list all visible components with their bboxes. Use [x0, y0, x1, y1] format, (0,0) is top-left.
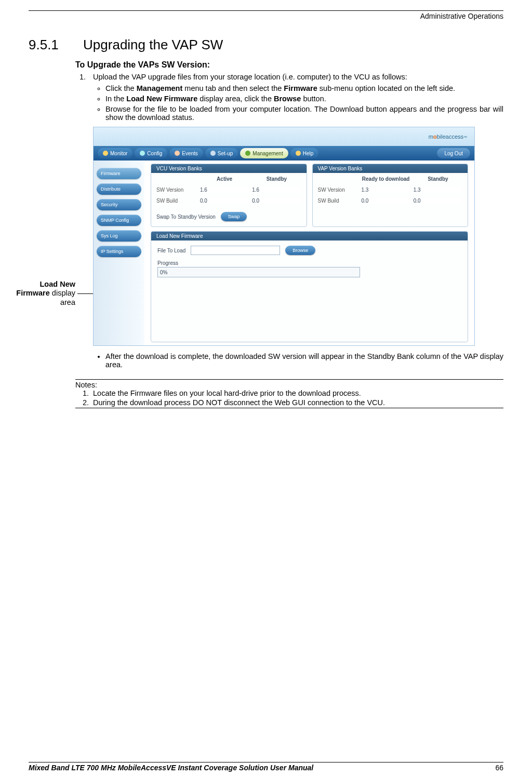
- main-panels: VCU Version Banks Active Standby SW Vers…: [144, 160, 474, 345]
- col-standby: Standby: [252, 176, 301, 182]
- progress-label: Progress: [157, 260, 461, 266]
- text: menu tab and then select the: [182, 84, 284, 92]
- browse-button[interactable]: Browse: [285, 246, 315, 255]
- post-screenshot-bullets: After the download is complete, the down…: [96, 352, 503, 369]
- sidebar: Firmware Distribute Security SNMP Config…: [94, 160, 144, 345]
- callout-label: Load New Firmware display area: [8, 280, 77, 307]
- vcu-version-banks-panel: VCU Version Banks Active Standby SW Vers…: [151, 164, 307, 227]
- bold: Browse: [274, 95, 301, 103]
- bullet-load-new-firmware: In the Load New Firmware display area, c…: [105, 95, 503, 103]
- vap-grid: Ready to download Standby SW Version 1.3…: [313, 173, 468, 210]
- file-to-load-label: File To Load: [157, 248, 185, 253]
- nav-events[interactable]: Events: [169, 148, 203, 158]
- brand-post: bileaccess: [437, 133, 463, 140]
- callout-text-2: display: [50, 289, 75, 297]
- events-icon: [175, 151, 180, 156]
- col-active: Active: [200, 176, 249, 182]
- setup-icon: [210, 151, 216, 156]
- brand-pre: m: [429, 133, 433, 140]
- main-nav: Monitor Config Events Set-up Management …: [94, 146, 474, 160]
- load-new-firmware-panel: Load New Firmware File To Load Browse Pr…: [151, 231, 468, 342]
- nav-config[interactable]: Config: [135, 148, 167, 158]
- brand-dot: o: [433, 133, 437, 140]
- sidebar-item-ipsettings[interactable]: IP Settings: [97, 246, 141, 257]
- footer-title: Mixed Band LTE 700 MHz MobileAccessVE In…: [29, 764, 313, 772]
- bullet-management: Click the Management menu tab and then s…: [105, 84, 503, 92]
- footer-rule: [29, 762, 503, 762]
- footer-page-number: 66: [495, 764, 503, 772]
- bold: Management: [137, 84, 183, 92]
- row-swversion2: SW Version: [318, 187, 358, 193]
- sidebar-item-snmp[interactable]: SNMP Config: [97, 215, 141, 226]
- callout-text-3: area: [60, 298, 75, 306]
- vcu-standby-version: 1.6: [252, 187, 301, 193]
- text: Click the: [105, 84, 137, 92]
- bold: Firmware: [284, 84, 317, 92]
- panel-header: VCU Version Banks: [151, 164, 307, 173]
- logout-button[interactable]: Log Out: [437, 148, 470, 158]
- label: Management: [252, 151, 283, 156]
- sidebar-item-security[interactable]: Security: [97, 199, 141, 210]
- config-icon: [140, 151, 145, 156]
- row-swbuild2: SW Build: [318, 198, 358, 204]
- label: Config: [147, 151, 162, 156]
- progress-value: 0%: [160, 270, 167, 275]
- vcu-active-version: 1.6: [200, 187, 249, 193]
- ordered-steps: Upload the VAP upgrade files from your s…: [75, 73, 503, 122]
- nav-management[interactable]: Management: [240, 148, 288, 158]
- col-ready: Ready to download: [362, 176, 410, 182]
- swap-label: Swap To Standby Version: [156, 214, 216, 220]
- app-topbar: mobileaccess™: [94, 127, 474, 146]
- note-1: Locate the Firmware files on your local …: [91, 389, 503, 397]
- nav-monitor[interactable]: Monitor: [98, 148, 132, 158]
- footer: Mixed Band LTE 700 MHz MobileAccessVE In…: [29, 762, 503, 772]
- swap-row: Swap To Standby Version Swap: [151, 210, 307, 226]
- sidebar-item-firmware[interactable]: Firmware: [97, 168, 141, 179]
- nav-help[interactable]: Help: [290, 148, 319, 158]
- bullet-after-download: After the download is complete, the down…: [105, 352, 503, 369]
- vcu-active-build: 0.0: [200, 198, 249, 204]
- note-2: During the download process DO NOT disco…: [91, 398, 503, 407]
- app-body: Firmware Distribute Security SNMP Config…: [94, 160, 474, 345]
- col-standby2: Standby: [414, 176, 462, 182]
- section-title: Upgrading the VAP SW: [83, 37, 223, 52]
- monitor-icon: [103, 151, 108, 156]
- swap-button[interactable]: Swap: [221, 212, 247, 221]
- vap-ready-version: 1.3: [362, 187, 410, 193]
- notes-rule-top: [75, 379, 503, 380]
- sidebar-item-distribute[interactable]: Distribute: [97, 183, 141, 195]
- header-section-label: Administrative Operations: [29, 12, 503, 20]
- text: button.: [301, 95, 326, 103]
- sidebar-item-syslog[interactable]: Sys Log: [97, 230, 141, 242]
- text: display area, click the: [197, 95, 274, 103]
- callout-bold-1: Load New: [40, 280, 75, 288]
- section-heading: 9.5.1 Upgrading the VAP SW: [29, 37, 503, 53]
- label: Help: [303, 151, 314, 156]
- callout-bold-2: Firmware: [16, 289, 49, 297]
- vap-ready-build: 0.0: [362, 198, 410, 204]
- progress-bar: 0%: [157, 267, 360, 277]
- row-swbuild: SW Build: [156, 198, 197, 204]
- vap-version-banks-panel: VAP Version Banks Ready to download Stan…: [312, 164, 469, 227]
- file-to-load-row: File To Load Browse: [157, 246, 461, 255]
- file-to-load-input[interactable]: [191, 246, 280, 255]
- vcu-standby-build: 0.0: [252, 198, 301, 204]
- notes-heading: Notes:: [75, 381, 97, 389]
- label: Set-up: [218, 151, 233, 156]
- row-swversion: SW Version: [156, 187, 197, 193]
- callout-row: Load New Firmware display area mobileacc…: [29, 124, 503, 349]
- label: Events: [182, 151, 198, 156]
- vap-standby-version: 1.3: [414, 187, 462, 193]
- bullet-browse: Browse for the file to be loaded from yo…: [105, 105, 503, 122]
- text: sub-menu option located on the left side…: [317, 84, 455, 92]
- app-screenshot: mobileaccess™ Monitor Config Events Set-…: [93, 127, 475, 346]
- panel-header: Load New Firmware: [151, 232, 468, 240]
- notes-list: Locate the Firmware files on your local …: [75, 389, 503, 407]
- section-number: 9.5.1: [29, 37, 59, 52]
- vcu-grid: Active Standby SW Version 1.6 1.6 SW Bui…: [151, 173, 307, 210]
- notes-rule-bottom: [75, 408, 503, 408]
- sub-heading: To Upgrade the VAPs SW Version:: [75, 60, 503, 70]
- load-body: File To Load Browse Progress 0%: [151, 240, 468, 283]
- nav-setup[interactable]: Set-up: [205, 148, 238, 158]
- text: In the: [105, 95, 126, 103]
